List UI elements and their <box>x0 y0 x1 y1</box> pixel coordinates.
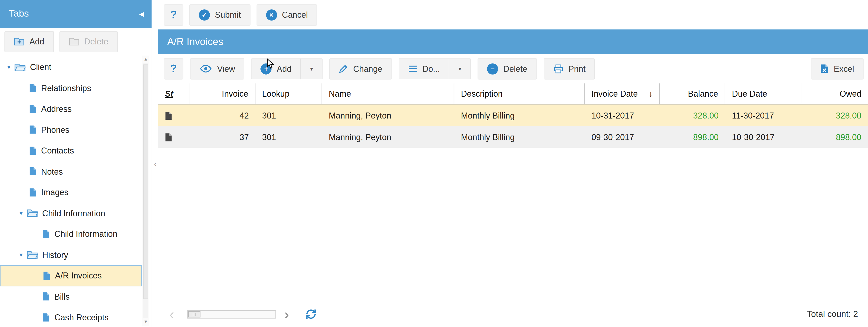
tree-item-child-information-folder[interactable]: ▼ Child Information <box>0 203 142 224</box>
expand-collapse-icon[interactable]: ▼ <box>17 210 26 216</box>
tree-item-bills[interactable]: Bills <box>0 286 142 307</box>
tree-item-notes[interactable]: Notes <box>0 161 142 182</box>
tree-item-label: Cash Receipts <box>55 312 109 322</box>
add-tab-button[interactable]: Add <box>4 31 54 52</box>
view-button[interactable]: View <box>190 58 244 79</box>
do-button[interactable]: Do... <box>398 58 449 79</box>
column-header-due-date[interactable]: Due Date <box>725 83 801 104</box>
do-label: Do... <box>422 64 440 74</box>
page-icon <box>29 84 37 92</box>
cell-lookup: 301 <box>255 105 322 126</box>
add-dropdown-button[interactable]: ▼ <box>301 58 323 79</box>
page-icon <box>43 271 51 280</box>
delete-button[interactable]: − Delete <box>478 58 537 79</box>
delete-label: Delete <box>503 64 527 74</box>
cancel-button[interactable]: × Cancel <box>256 4 317 25</box>
change-button[interactable]: Change <box>329 58 392 79</box>
page-icon <box>29 167 37 176</box>
change-label: Change <box>353 64 382 74</box>
print-button[interactable]: Print <box>544 58 595 79</box>
submit-button[interactable]: ✓ Submit <box>189 4 250 25</box>
collapse-sidebar-icon[interactable]: ◀ <box>139 10 144 18</box>
folder-add-icon <box>14 37 24 46</box>
cell-invoice-date: 10-31-2017 <box>585 105 660 126</box>
excel-label: Excel <box>834 64 854 74</box>
refresh-icon[interactable] <box>305 308 317 320</box>
delete-tab-button[interactable]: Delete <box>59 31 118 52</box>
cell-owed: 898.00 <box>801 126 868 148</box>
plus-icon: + <box>261 63 272 74</box>
tree-item-label: History <box>42 250 68 260</box>
document-icon <box>165 133 172 141</box>
pager-next-icon[interactable]: › <box>284 307 289 322</box>
column-header-st[interactable]: St <box>158 83 189 104</box>
cell-balance: 898.00 <box>660 126 725 148</box>
scroll-down-icon[interactable]: ▼ <box>144 318 148 326</box>
add-button[interactable]: + Add <box>251 58 301 79</box>
cell-owed: 328.00 <box>801 105 868 126</box>
table-row[interactable]: 42 301 Manning, Peyton Monthly Billing 1… <box>158 105 868 126</box>
app-window: Tabs ◀ Add Delete ▼ <box>0 0 868 327</box>
folder-delete-icon <box>69 37 79 46</box>
pager-scrollbar[interactable] <box>187 310 276 319</box>
page-icon <box>42 292 50 301</box>
tree-item-label: Images <box>41 188 68 197</box>
page-icon <box>29 125 37 134</box>
column-header-lookup[interactable]: Lookup <box>255 83 322 104</box>
help-button[interactable]: ? <box>164 4 183 25</box>
table-header: St Invoice Lookup Name Description Invoi… <box>158 83 868 105</box>
tree-item-cash-receipts[interactable]: Cash Receipts <box>0 307 142 327</box>
folder-icon <box>27 250 38 260</box>
scrollbar-thumb[interactable] <box>143 64 148 299</box>
table-row[interactable]: 37 301 Manning, Peyton Monthly Billing 0… <box>158 126 868 148</box>
excel-button[interactable]: Excel <box>811 58 864 79</box>
printer-icon <box>553 64 563 74</box>
add-label: Add <box>277 64 292 74</box>
pencil-icon <box>339 64 348 74</box>
tree-item-relationships[interactable]: Relationships <box>0 78 142 99</box>
column-header-owed[interactable]: Owed <box>801 83 868 104</box>
chevron-down-icon: ▼ <box>458 66 463 71</box>
submit-label: Submit <box>215 10 241 19</box>
tree-item-contacts[interactable]: Contacts <box>0 140 142 161</box>
cell-status <box>158 105 189 126</box>
tree-item-client[interactable]: ▼ Client <box>0 57 142 78</box>
eye-icon <box>199 64 212 73</box>
cell-due-date: 11-30-2017 <box>725 105 801 126</box>
pager-prev-icon[interactable]: ‹ <box>169 307 174 322</box>
column-header-invoice[interactable]: Invoice <box>189 83 255 104</box>
tree-item-label: Relationships <box>41 83 91 93</box>
column-header-name[interactable]: Name <box>322 83 454 104</box>
scroll-up-icon[interactable]: ▲ <box>144 56 148 63</box>
pager-scrollbar-thumb[interactable] <box>188 311 200 317</box>
column-header-invoice-date[interactable]: Invoice Date ↓ <box>585 83 660 104</box>
folder-icon <box>14 62 26 72</box>
cell-description: Monthly Billing <box>454 126 585 148</box>
sidebar-actions: Add Delete <box>0 28 152 55</box>
help-button[interactable]: ? <box>164 58 183 79</box>
add-split-button: + Add ▼ <box>251 58 323 79</box>
sidebar-title: Tabs <box>9 8 29 19</box>
scrollbar-track[interactable] <box>143 63 148 318</box>
tree-item-child-information[interactable]: Child Information <box>0 223 142 244</box>
column-header-description[interactable]: Description <box>454 83 585 104</box>
column-header-balance[interactable]: Balance <box>660 83 725 104</box>
sidebar-scrollbar[interactable]: ▲ ▼ <box>142 56 149 326</box>
tree-item-label: Client <box>30 62 51 72</box>
splitter-collapse-icon[interactable]: ‹ <box>154 159 156 167</box>
tree-item-ar-invoices[interactable]: A/R Invoices <box>0 265 142 286</box>
tree-item-images[interactable]: Images <box>0 182 142 203</box>
sidebar-splitter[interactable]: ‹ <box>152 0 158 327</box>
tree-item-phones[interactable]: Phones <box>0 119 142 140</box>
cell-status <box>158 126 189 148</box>
expand-collapse-icon[interactable]: ▼ <box>4 64 13 70</box>
column-header-label: Invoice Date <box>591 89 638 99</box>
expand-collapse-icon[interactable]: ▼ <box>17 252 26 258</box>
excel-icon <box>820 64 829 74</box>
cell-lookup: 301 <box>255 126 322 148</box>
sort-desc-icon: ↓ <box>649 89 653 98</box>
cell-invoice: 37 <box>189 126 255 148</box>
tree-item-history[interactable]: ▼ History <box>0 244 142 265</box>
tree-item-address[interactable]: Address <box>0 99 142 119</box>
do-dropdown-button[interactable]: ▼ <box>449 58 471 79</box>
